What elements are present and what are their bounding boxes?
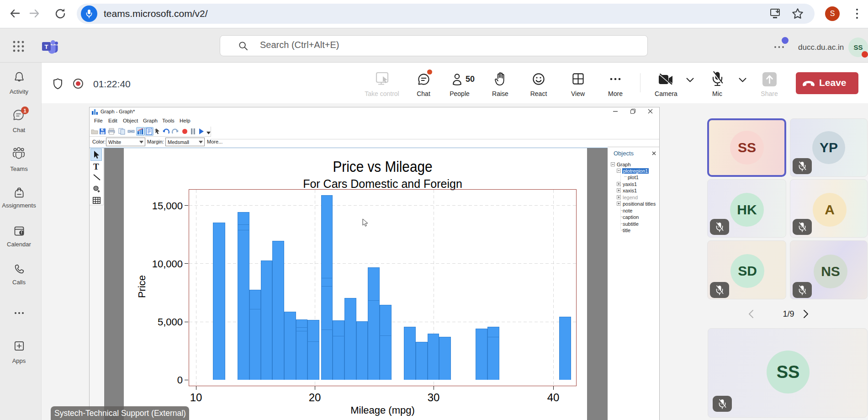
svg-text:T: T <box>45 43 48 50</box>
